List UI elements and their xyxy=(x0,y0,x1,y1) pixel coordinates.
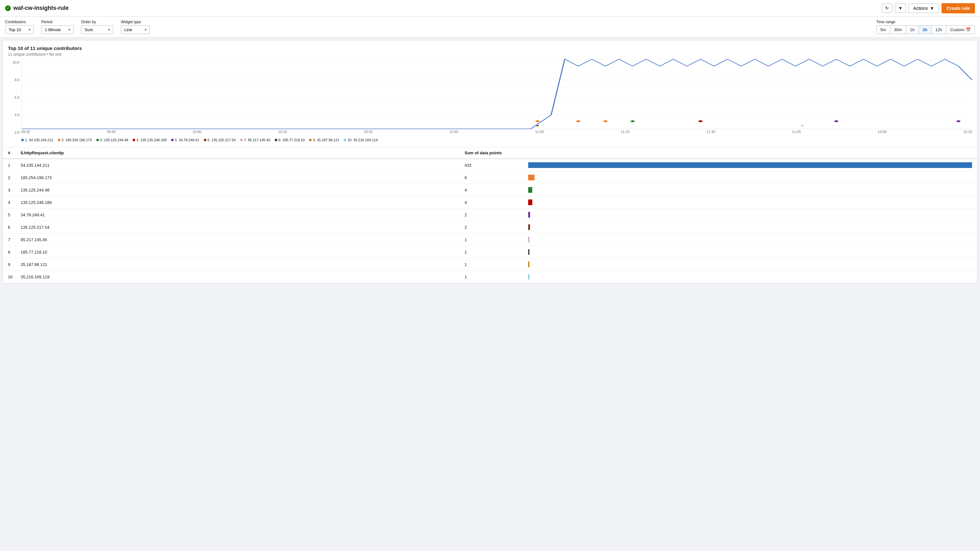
legend-label: 4. 135.125.246.189 xyxy=(137,138,167,142)
row-sum: 1 xyxy=(465,262,528,267)
period-select[interactable]: 1 Minute 5 Minutes 1 Hour xyxy=(41,25,73,34)
row-sum: 4 xyxy=(465,188,528,193)
contributors-select[interactable]: Top 10 Top 5 Top 25 xyxy=(5,25,34,34)
row-bar-container xyxy=(528,224,972,231)
refresh-icon: ↻ xyxy=(885,6,889,11)
controls-bar: Contributors Top 10 Top 5 Top 25 ▼ Perio… xyxy=(0,16,980,38)
chart-section: Top 10 of 11 unique contributors 11 uniq… xyxy=(3,40,977,147)
dropdown-button[interactable]: ▼ xyxy=(895,3,906,13)
period-select-wrapper: 1 Minute 5 Minutes 1 Hour ▼ xyxy=(41,25,73,34)
row-ip: 185.254.196.173 xyxy=(21,175,465,180)
row-bar-container xyxy=(528,174,972,181)
order-by-select[interactable]: Sum Maximum Minimum xyxy=(81,25,113,34)
time-btn-custom[interactable]: Custom 📅 xyxy=(946,26,975,34)
row-ip: 35.216.169.119 xyxy=(21,274,465,279)
legend-label: 1. 54.235.144.211 xyxy=(25,138,53,142)
time-btn-30m[interactable]: 30m xyxy=(890,26,906,34)
row-sum: 4 xyxy=(465,200,528,205)
row-sum: 2 xyxy=(465,225,528,230)
row-num: 4 xyxy=(8,200,21,205)
legend-color-dot xyxy=(240,139,243,141)
legend-color-dot xyxy=(21,139,24,141)
table-body: 1 54.235.144.211 432 2 185.254.196.173 6… xyxy=(3,159,977,283)
table-row: 2 185.254.196.173 6 xyxy=(3,172,977,184)
time-btn-1h[interactable]: 1h xyxy=(906,26,919,34)
actions-button[interactable]: Actions ▼ xyxy=(908,3,939,13)
row-ip: 35.187.98.121 xyxy=(21,262,465,267)
legend-color-dot xyxy=(96,139,99,141)
legend-color-dot xyxy=(133,139,135,141)
legend-color-dot xyxy=(58,139,60,141)
x-label-1200: 12:00 xyxy=(878,130,886,134)
custom-label: Custom xyxy=(950,27,964,32)
row-ip: 135.125.244.48 xyxy=(21,188,465,193)
row-ip: 185.77.218.10 xyxy=(21,250,465,255)
create-rule-button[interactable]: Create rule xyxy=(942,3,975,13)
time-range-buttons: 5m 30m 1h 3h 12h Custom 📅 xyxy=(877,25,975,34)
refresh-button[interactable]: ↻ xyxy=(882,3,892,13)
widget-type-select[interactable]: Line Bar Number xyxy=(121,25,150,34)
row-bar xyxy=(528,162,972,168)
page-title: waf-cw-insights-rule xyxy=(13,5,69,11)
row-ip: 54.235.144.211 xyxy=(21,163,465,168)
top-actions: ↻ ▼ Actions ▼ Create rule xyxy=(882,3,975,13)
table-row: 8 185.77.218.10 1 xyxy=(3,246,977,258)
calendar-icon: 📅 xyxy=(966,27,971,32)
legend-item: 5. 34.78.249.41 xyxy=(171,138,199,142)
chart-container: 10.0 8.0 6.0 4.0 2.0 xyxy=(8,59,972,135)
row-bar xyxy=(528,261,530,267)
row-bar-container xyxy=(528,199,972,206)
col-header-sum: Sum of data points xyxy=(465,150,528,155)
legend-item: 3. 135.125.244.48 xyxy=(96,138,129,142)
legend-item: 6. 135.125.217.54 xyxy=(204,138,236,142)
x-label-1115: 11:15 xyxy=(621,130,630,134)
x-label-0930: 09:30 xyxy=(21,130,30,134)
legend-item: 4. 135.125.246.189 xyxy=(133,138,167,142)
legend-label: 3. 135.125.244.48 xyxy=(100,138,129,142)
row-num: 10 xyxy=(8,274,21,279)
row-num: 9 xyxy=(8,262,21,267)
row-num: 6 xyxy=(8,225,21,230)
legend-color-dot xyxy=(204,139,206,141)
svg-point-8 xyxy=(603,120,608,122)
col-header-num: # xyxy=(8,150,21,155)
legend-color-dot xyxy=(275,139,277,141)
y-label-10: 10.0 xyxy=(8,61,21,64)
legend-label: 9. 35.187.98.121 xyxy=(313,138,339,142)
x-label-1100: 11:00 xyxy=(535,130,544,134)
x-label-1130: 11:30 xyxy=(706,130,716,134)
row-num: 7 xyxy=(8,237,21,242)
row-bar xyxy=(528,249,530,255)
row-sum: 1 xyxy=(465,237,528,242)
widget-type-select-wrapper: Line Bar Number ▼ xyxy=(121,25,150,34)
col-header-bar xyxy=(528,150,972,155)
table-row: 4 135.125.246.189 4 xyxy=(3,196,977,209)
contributors-label: Contributors xyxy=(5,20,34,24)
row-bar xyxy=(528,199,532,205)
main-content: Top 10 of 11 unique contributors 11 uniq… xyxy=(3,40,977,283)
legend-label: 5. 34.78.249.41 xyxy=(175,138,199,142)
table-row: 10 35.216.169.119 1 xyxy=(3,271,977,283)
row-num: 5 xyxy=(8,212,21,217)
time-btn-12h[interactable]: 12h xyxy=(932,26,947,34)
chart-subtitle: 11 unique contributors • No unit xyxy=(8,52,972,57)
row-bar xyxy=(528,224,530,230)
title-area: waf-cw-insights-rule xyxy=(5,5,69,11)
time-btn-5m[interactable]: 5m xyxy=(877,26,890,34)
row-sum: 1 xyxy=(465,250,528,255)
y-label-2: 2.0 xyxy=(8,131,21,134)
legend-color-dot xyxy=(171,139,173,141)
table-row: 3 135.125.244.48 4 xyxy=(3,184,977,196)
x-label-1000: 10:00 xyxy=(193,130,202,134)
status-icon xyxy=(5,5,11,11)
contributors-select-wrapper: Top 10 Top 5 Top 25 ▼ xyxy=(5,25,34,34)
row-sum: 2 xyxy=(465,212,528,217)
chart-svg xyxy=(22,59,972,129)
row-num: 2 xyxy=(8,175,21,180)
legend-item: 2. 185.254.196.173 xyxy=(58,138,92,142)
create-rule-label: Create rule xyxy=(947,6,970,11)
legend-item: 9. 35.187.98.121 xyxy=(309,138,339,142)
svg-point-6 xyxy=(536,120,539,122)
row-bar-container xyxy=(528,162,972,169)
time-btn-3h[interactable]: 3h xyxy=(919,26,931,34)
